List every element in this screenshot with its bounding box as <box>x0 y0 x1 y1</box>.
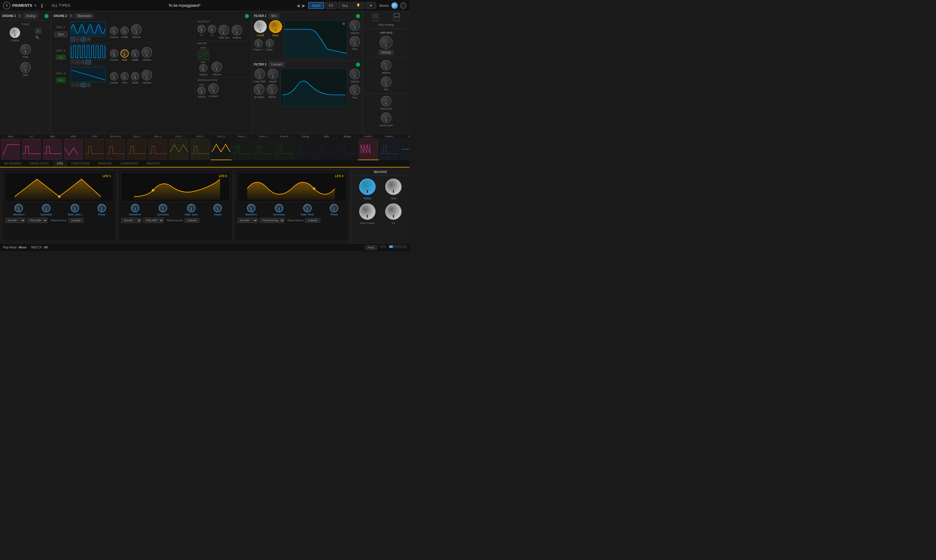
osc1-wave-sine[interactable]: ~ <box>71 37 75 42</box>
filter1-display[interactable]: ⊕ <box>284 20 347 58</box>
noise-volume-knob[interactable] <box>211 62 222 72</box>
mod-item-env3[interactable]: Env 3 <box>147 134 168 160</box>
morph-knob[interactable] <box>268 69 278 79</box>
osc3-wave-saw[interactable]: /| <box>81 83 85 87</box>
tab-macros[interactable]: MACROS <box>142 160 164 167</box>
lfo2-rate-knob[interactable] <box>187 204 195 212</box>
engine1-type[interactable]: Analog <box>24 14 38 18</box>
sync-button[interactable]: Sync <box>54 32 67 37</box>
lfo1-polykbd-select[interactable]: Poly KBD <box>27 218 48 223</box>
mod-item-binary[interactable]: Binary <box>337 134 358 160</box>
lfo1-display[interactable]: LFO 1 <box>5 172 114 202</box>
mod-item-at[interactable]: AT <box>21 134 42 160</box>
osc1-wave-tri[interactable]: ∧ <box>76 37 80 42</box>
lfo3-display[interactable]: LFO 3 <box>237 172 346 202</box>
osc2-width-knob[interactable] <box>131 49 139 58</box>
mod-item-turing[interactable]: Turing <box>295 134 316 160</box>
mod-item-exp[interactable]: EXP <box>84 134 105 160</box>
menu-icon[interactable]: ||| <box>41 3 42 8</box>
tab-envelopes[interactable]: ENVELOPES <box>26 160 53 167</box>
osc1-coarse-knob[interactable] <box>110 26 118 35</box>
blend-knob[interactable] <box>267 84 277 95</box>
lfo3-smooth-select[interactable]: Smooth <box>237 218 258 223</box>
tab-keyboard[interactable]: KEYBOARD <box>0 160 26 167</box>
engine1-power[interactable] <box>45 14 49 18</box>
mod-amount-knob[interactable] <box>208 83 219 94</box>
lfo3-symmetry-knob[interactable] <box>275 204 283 212</box>
engine1-fine-knob[interactable] <box>20 44 31 55</box>
pencil-icon[interactable]: ✎ <box>35 34 41 41</box>
mod-item-mw[interactable]: MW <box>42 134 63 160</box>
lfo2-waveform-knob[interactable] <box>131 204 139 212</box>
lfo1-smooth-select[interactable]: Smooth <box>5 218 25 223</box>
lfo1-rate-knob[interactable] <box>71 204 79 212</box>
f2-knob[interactable] <box>208 25 216 33</box>
osc2-wave-sq[interactable]: ⊓ <box>86 60 91 64</box>
engine2-type[interactable]: Wavetable <box>75 14 94 18</box>
next-preset[interactable]: ▶ <box>302 3 305 8</box>
preset-type[interactable]: ALL TYPES <box>49 3 72 8</box>
osc2-display[interactable] <box>71 44 106 59</box>
osc2-wave-sine[interactable]: ~ <box>71 60 75 64</box>
osc1-display[interactable] <box>71 22 106 37</box>
master-pan-knob[interactable] <box>400 2 407 9</box>
filtermix-knob[interactable] <box>219 25 229 35</box>
osc2-fine-knob[interactable] <box>120 49 129 58</box>
settings-btn[interactable]: ▼ <box>365 2 376 9</box>
mod-item-comb1[interactable]: Comb 1 <box>358 134 379 160</box>
filter2-volume-knob[interactable] <box>350 69 360 79</box>
lfo3-rate-knob[interactable] <box>303 204 311 212</box>
master-knob[interactable] <box>392 2 398 9</box>
logo-icon[interactable]: A <box>3 2 11 9</box>
lfo1-symmetry-knob[interactable] <box>42 204 50 212</box>
lfo2-phase-knob[interactable] <box>214 204 222 212</box>
engine1-drift-knob[interactable] <box>20 62 31 73</box>
key-button-osc2[interactable]: Key <box>56 55 66 60</box>
mod-item-velo[interactable]: Velo <box>0 134 21 160</box>
osc3-fine-knob[interactable] <box>120 72 129 80</box>
mod-item-sh[interactable]: S&H <box>316 134 337 160</box>
lfo2-smooth-select[interactable]: Smooth <box>121 218 142 223</box>
lfo3-freerun-select[interactable]: Free Running <box>260 218 285 223</box>
noise-source-knob[interactable] <box>199 64 207 72</box>
lfo2-symmetry-knob[interactable] <box>159 204 167 212</box>
tab-functions[interactable]: FUNCTIONS <box>67 160 94 167</box>
osc3-coarse-knob[interactable] <box>110 72 118 80</box>
lfo1-unipolar-btn[interactable]: Unipolar <box>68 218 84 223</box>
freqshift-knob[interactable] <box>254 69 265 79</box>
routing-icon-1[interactable] <box>373 14 378 21</box>
osc3-display[interactable] <box>71 67 106 82</box>
light-btn[interactable]: 💡 <box>352 2 364 9</box>
filter2-display[interactable] <box>281 69 347 107</box>
filter1-expand-icon[interactable]: ⊕ <box>342 22 345 26</box>
tab-random[interactable]: RANDOM <box>94 160 116 167</box>
tab-synth[interactable]: Synth <box>308 2 324 9</box>
osc3-wave-tri[interactable]: ∧ <box>76 83 80 87</box>
tab-combinate[interactable]: COMBINATE <box>116 160 142 167</box>
osc2-volume-knob[interactable] <box>142 47 152 58</box>
logo-dropdown[interactable]: ▼ <box>34 4 37 7</box>
mod-item-func3[interactable]: Func 3 <box>274 134 295 160</box>
engine2-copy-icon[interactable]: ⊞ <box>69 14 73 18</box>
cutoff-knob[interactable] <box>254 20 267 33</box>
osc1-width-knob[interactable] <box>120 26 129 35</box>
filter1-pan-knob[interactable] <box>350 36 360 47</box>
amp-mod-knob[interactable] <box>380 36 393 49</box>
f1-knob[interactable] <box>197 25 206 33</box>
timbre-knob[interactable] <box>359 178 376 195</box>
mod-item-lfo1[interactable]: LFO 1 <box>168 134 190 160</box>
panic-btn[interactable]: Panic <box>365 245 377 250</box>
mod-item-env2[interactable]: Env 2 <box>126 134 147 160</box>
osc1-wave-saw[interactable]: /| <box>81 37 85 42</box>
drive-knob[interactable] <box>265 39 274 47</box>
osc1-volume-knob[interactable] <box>131 24 142 35</box>
send-level-knob[interactable] <box>381 112 392 123</box>
mod-item-m1[interactable]: M 1 <box>400 134 410 160</box>
mod-item-func1[interactable]: Func 1 <box>232 134 253 160</box>
osc2-coarse-knob[interactable] <box>110 49 118 58</box>
output-volume-knob[interactable] <box>232 25 242 35</box>
lfo3-unipolar-btn[interactable]: Unipolar <box>305 218 320 223</box>
tab-fx[interactable]: FX <box>325 2 337 9</box>
osc1-wave-sq[interactable]: ⊓ <box>86 37 91 42</box>
lfo2-unipolar-btn[interactable]: Unipolar <box>185 218 200 223</box>
